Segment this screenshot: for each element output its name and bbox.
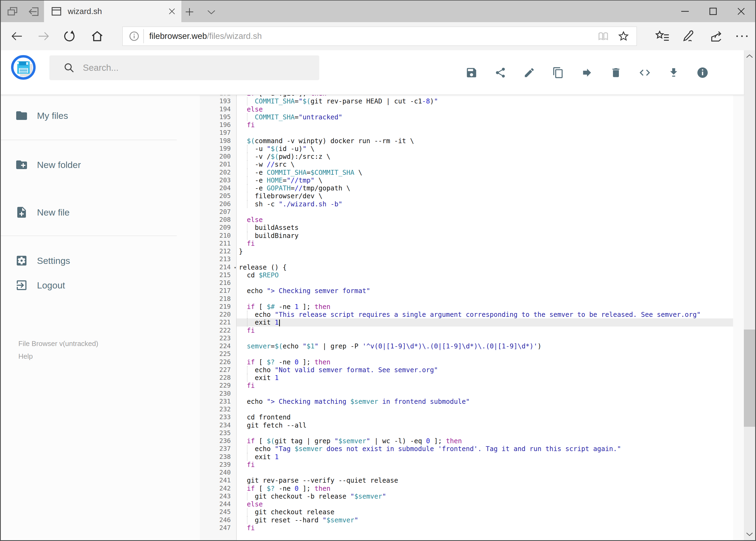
sidebar-item-logout[interactable]: Logout	[1, 273, 177, 297]
code-line[interactable]: 219 if [ $# -ne 1 ]; then	[200, 303, 733, 310]
code-line[interactable]: 201 -w //src \	[200, 161, 733, 168]
code-line[interactable]: 198 $(command -v winpty) docker run --rm…	[200, 137, 733, 145]
minimize-icon[interactable]	[671, 1, 699, 22]
home-icon[interactable]	[90, 29, 105, 43]
code-line[interactable]: 230	[200, 390, 733, 397]
code-line[interactable]: 195 COMMIT_SHA="untracked"	[200, 113, 733, 121]
code-line[interactable]: 236 if [ $(git tag | grep "$semver" | wc…	[200, 437, 733, 445]
code-line[interactable]: 213	[200, 255, 733, 263]
scrollbar-thumb[interactable]	[744, 329, 755, 427]
more-icon[interactable]	[734, 32, 750, 41]
hub-icon[interactable]	[654, 30, 671, 43]
edit-icon[interactable]	[515, 63, 544, 82]
help-link[interactable]: Help	[18, 352, 33, 360]
code-line[interactable]: 199 -u "$(id -u)" \	[200, 145, 733, 153]
share-icon[interactable]	[708, 29, 725, 43]
tab-dropdown-icon[interactable]	[205, 7, 217, 17]
delete-icon[interactable]	[601, 63, 630, 82]
code-line[interactable]: 245 git checkout release	[200, 508, 733, 516]
code-line[interactable]: 244 else	[200, 500, 733, 508]
code-line[interactable]: 207	[200, 208, 733, 216]
code-line[interactable]: 231 echo "> Checking matching $semver in…	[200, 397, 733, 405]
code-line[interactable]: 218	[200, 295, 733, 303]
code-line[interactable]: 233 cd frontend	[200, 413, 733, 421]
code-line[interactable]: 223	[200, 334, 733, 342]
code-line[interactable]: 237 echo "Tag $semver does not exist in …	[200, 445, 733, 453]
code-line[interactable]: 202 -e COMMIT_SHA=$COMMIT_SHA \	[200, 169, 733, 176]
fold-marker-icon[interactable]: ▾	[234, 264, 236, 271]
code-line[interactable]: 241 git rev-parse --verify --quiet relea…	[200, 476, 733, 484]
code-line[interactable]: 232	[200, 405, 733, 413]
code-line[interactable]: 197	[200, 129, 733, 137]
scroll-down-icon[interactable]	[744, 528, 755, 540]
code-line[interactable]: 225	[200, 350, 733, 358]
code-line[interactable]: 247 fi	[200, 524, 733, 532]
code-line[interactable]: 216	[200, 279, 733, 287]
page-scrollbar[interactable]	[744, 50, 755, 540]
tab-wizard-sh[interactable]: wizard.sh	[44, 1, 181, 22]
code-line[interactable]: 242 if [ $? -ne 0 ]; then	[200, 485, 733, 492]
code-line[interactable]: 226 if [ $? -ne 0 ]; then	[200, 358, 733, 366]
search-box[interactable]	[49, 55, 319, 80]
reading-view-icon[interactable]	[597, 31, 610, 42]
save-icon[interactable]	[457, 63, 486, 82]
forward-icon[interactable]	[36, 30, 51, 43]
refresh-icon[interactable]	[62, 29, 76, 43]
info-icon[interactable]	[688, 63, 717, 82]
favorite-star-icon[interactable]	[618, 30, 630, 42]
code-line[interactable]: 234 git fetch --all	[200, 421, 733, 429]
new-tab-icon[interactable]	[183, 6, 195, 18]
code-line[interactable]: 210 buildBinary	[200, 232, 733, 240]
download-icon[interactable]	[659, 63, 688, 82]
scroll-up-icon[interactable]	[744, 50, 755, 62]
code-line[interactable]: 239 fi	[200, 461, 733, 469]
code-line[interactable]: 220 echo "This release script requires a…	[200, 310, 733, 318]
code-line[interactable]: 208 else	[200, 216, 733, 224]
code-line[interactable]: 214▾release () {	[200, 264, 733, 271]
back-icon[interactable]	[9, 30, 24, 43]
code-line[interactable]: 211 fi	[200, 240, 733, 248]
code-line[interactable]: 204 -e GOPATH=//tmp/gopath \	[200, 184, 733, 192]
site-info-icon[interactable]	[129, 31, 139, 42]
code-line[interactable]: 246 git reset --hard "$semver"	[200, 516, 733, 524]
code-line[interactable]: 193 COMMIT_SHA="$(git rev-parse HEAD | c…	[200, 97, 733, 105]
sidebar-item-new-file[interactable]: New file	[1, 200, 177, 225]
code-line[interactable]: 221 exit 1	[200, 318, 733, 326]
set-tabs-aside-icon[interactable]	[27, 5, 40, 18]
code-line[interactable]: 212}	[200, 248, 733, 255]
code-line[interactable]: 224 semver=$(echo "$1" | grep -P '^v(0|[…	[200, 342, 733, 350]
code-line[interactable]: 200 -v /$(pwd):/src:z \	[200, 153, 733, 161]
code-editor[interactable]: 192 if [ -d .git ]; then193 COMMIT_SHA="…	[200, 95, 733, 540]
code-line[interactable]: 215 cd $REPO	[200, 271, 733, 279]
code-line[interactable]: 196 fi	[200, 121, 733, 129]
close-window-icon[interactable]	[727, 1, 755, 22]
code-line[interactable]: 240	[200, 469, 733, 476]
code-line[interactable]: 227 echo "Not valid semver format. See s…	[200, 366, 733, 374]
sidebar-item-new-folder[interactable]: New folder	[1, 152, 177, 177]
code-line[interactable]: 228 exit 1	[200, 374, 733, 382]
code-line[interactable]: 203 -e HOME="//tmp" \	[200, 176, 733, 184]
code-line[interactable]: 235	[200, 429, 733, 437]
code-line[interactable]: 194 else	[200, 105, 733, 113]
maximize-icon[interactable]	[699, 1, 727, 22]
tab-preview-icon[interactable]	[6, 5, 19, 18]
move-icon[interactable]	[573, 63, 601, 82]
code-icon[interactable]	[630, 63, 659, 82]
sidebar-item-my-files[interactable]: My files	[1, 103, 177, 128]
close-tab-icon[interactable]	[168, 8, 175, 15]
code-line[interactable]: 229 fi	[200, 382, 733, 389]
code-line[interactable]: 205 filebrowser/dev \	[200, 192, 733, 200]
url-bar[interactable]: filebrowser.web/files/wizard.sh	[122, 26, 637, 46]
code-line[interactable]: 217 echo "> Checking semver format"	[200, 287, 733, 295]
search-input[interactable]	[82, 62, 298, 73]
code-line[interactable]: 238 exit 1	[200, 453, 733, 461]
code-line[interactable]: 206 sh -c "./wizard.sh -b"	[200, 200, 733, 208]
code-line[interactable]: 243 git checkout -b release "$semver"	[200, 492, 733, 500]
copy-icon[interactable]	[544, 63, 573, 82]
annotate-pen-icon[interactable]	[680, 29, 697, 43]
code-line[interactable]: 209 buildAssets	[200, 224, 733, 232]
share-file-icon[interactable]	[486, 63, 515, 82]
code-line[interactable]: 192 if [ -d .git ]; then	[200, 95, 733, 97]
sidebar-item-settings[interactable]: Settings	[1, 248, 177, 273]
code-line[interactable]: 222 fi	[200, 326, 733, 334]
